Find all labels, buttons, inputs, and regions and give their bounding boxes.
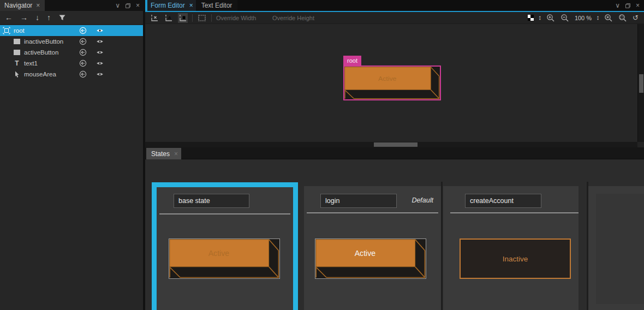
override-height-input[interactable]: [272, 14, 319, 22]
states-tabstrip: States ×: [145, 147, 644, 159]
state-card-empty: [588, 186, 644, 310]
state-card-createAccount[interactable]: Inactive: [443, 186, 579, 310]
nav-back-button[interactable]: ←: [5, 13, 13, 22]
default-state-badge: Default: [412, 196, 433, 204]
eye-icon[interactable]: [96, 59, 104, 67]
button-image: Active: [169, 239, 279, 278]
tree-item-mouseArea[interactable]: mouseArea: [0, 69, 143, 80]
states-tab-label: States: [151, 150, 170, 158]
move-up-button[interactable]: ↑: [47, 13, 51, 22]
inactive-button-label: Inactive: [503, 255, 528, 263]
tree-item-root[interactable]: root: [0, 25, 143, 36]
tree-item-label: text1: [24, 60, 38, 67]
states-list: Active Default Active: [145, 159, 644, 310]
state-preview-login[interactable]: Active: [315, 239, 426, 279]
eye-icon[interactable]: [96, 27, 104, 34]
card-separator: [307, 212, 438, 213]
state-preview-createAccount[interactable]: Inactive: [460, 239, 571, 279]
canvas-horizontal-scrollbar[interactable]: [145, 142, 637, 147]
tab-form-editor[interactable]: Form Editor ×: [145, 0, 196, 11]
canvas-background-icon[interactable]: [528, 15, 534, 21]
frame-icon: [3, 27, 10, 34]
navigator-tabstrip: Navigator × ∨ ×: [0, 0, 143, 11]
tree-item-activeButton[interactable]: activeButton: [0, 47, 143, 58]
text-icon: T: [13, 59, 21, 67]
scrollbar-corner: [637, 142, 644, 147]
image-icon: [13, 38, 21, 45]
zoom-level[interactable]: 100 %: [575, 15, 592, 21]
chevron-down-icon[interactable]: ∨: [615, 2, 620, 9]
export-icon[interactable]: [79, 70, 87, 78]
zoom-fit-icon[interactable]: [618, 14, 627, 22]
close-icon[interactable]: ×: [636, 2, 640, 9]
zoom-stepper[interactable]: ▴▾: [597, 15, 599, 21]
tree-item-label: activeButton: [24, 49, 58, 56]
scrollbar-thumb[interactable]: [639, 74, 643, 93]
split-window-icon[interactable]: [125, 3, 131, 9]
active-tab-indicator: [145, 0, 147, 11]
separator: [267, 14, 268, 22]
editor-tabstrip: Form Editor × Text Editor ∨ ×: [145, 0, 644, 11]
chevron-down-icon[interactable]: ∨: [115, 2, 120, 9]
close-icon[interactable]: ×: [36, 2, 40, 9]
text-editor-tab-label: Text Editor: [201, 2, 232, 9]
button-image[interactable]: Active: [344, 67, 440, 99]
bounding-rectangles-icon[interactable]: [197, 13, 207, 23]
states-panel: States × Active: [145, 147, 644, 310]
svg-text:Active: Active: [208, 249, 230, 258]
state-preview-base[interactable]: Active: [169, 239, 280, 279]
svg-text:Active: Active: [378, 75, 397, 82]
state-divider: [441, 182, 443, 310]
editor-panel-controls: ∨ ×: [615, 0, 640, 11]
move-down-button[interactable]: ↓: [35, 13, 39, 22]
navigator-panel-controls: ∨ ×: [115, 0, 140, 11]
export-icon[interactable]: [79, 27, 87, 34]
nav-forward-button[interactable]: →: [20, 13, 28, 22]
export-icon[interactable]: [79, 59, 87, 67]
state-card-base-state[interactable]: Active: [152, 182, 298, 310]
close-icon[interactable]: ×: [136, 2, 140, 9]
cursor-icon: [13, 70, 21, 78]
tab-text-editor[interactable]: Text Editor: [196, 0, 237, 11]
snap-no-anchors-icon[interactable]: [178, 13, 188, 23]
tree-item-text1[interactable]: T text1: [0, 58, 143, 69]
close-icon[interactable]: ×: [189, 2, 193, 9]
selection-tag[interactable]: root: [343, 56, 361, 65]
button-image: Active: [315, 239, 426, 278]
state-name-input[interactable]: [320, 194, 397, 208]
eye-icon[interactable]: [96, 70, 104, 78]
eye-icon[interactable]: [96, 38, 104, 45]
no-snapping-icon[interactable]: [150, 13, 159, 23]
scrollbar-thumb[interactable]: [374, 142, 418, 147]
reset-view-icon[interactable]: ↺: [633, 14, 639, 22]
state-name-input[interactable]: [174, 194, 249, 208]
tab-states[interactable]: States ×: [146, 148, 181, 159]
navigator-tree: root inactiveButton activeButton: [0, 25, 143, 80]
form-editor-toolbar: ▴▾ 100 % ▴▾ ↺: [145, 12, 644, 24]
eye-icon[interactable]: [96, 49, 104, 56]
separator: [192, 14, 193, 22]
background-stepper[interactable]: ▴▾: [539, 15, 541, 21]
card-separator: [159, 213, 290, 214]
navigator-toolbar: ← → ↓ ↑: [0, 11, 143, 25]
close-icon[interactable]: ×: [174, 151, 178, 157]
tree-item-inactiveButton[interactable]: inactiveButton: [0, 36, 143, 47]
state-name-input[interactable]: [465, 194, 541, 208]
form-editor-tab-label: Form Editor: [151, 2, 185, 9]
zoom-out-icon[interactable]: [560, 14, 569, 22]
export-icon[interactable]: [79, 49, 87, 56]
tree-item-label: root: [14, 27, 25, 34]
root-item-selection[interactable]: Active: [343, 65, 441, 100]
split-window-icon[interactable]: [625, 3, 631, 9]
override-width-input[interactable]: [216, 14, 263, 22]
snap-anchors-icon[interactable]: [164, 13, 174, 23]
export-icon[interactable]: [79, 38, 87, 45]
form-editor-canvas[interactable]: root Active: [145, 24, 637, 142]
canvas-vertical-scrollbar[interactable]: [637, 24, 644, 142]
zoom-in-icon[interactable]: [546, 14, 555, 22]
filter-icon[interactable]: [58, 14, 66, 21]
tab-navigator[interactable]: Navigator ×: [0, 0, 45, 11]
state-card-login[interactable]: Default Active: [304, 186, 441, 310]
zoom-selection-icon[interactable]: [604, 14, 613, 22]
svg-text:Active: Active: [355, 249, 376, 258]
